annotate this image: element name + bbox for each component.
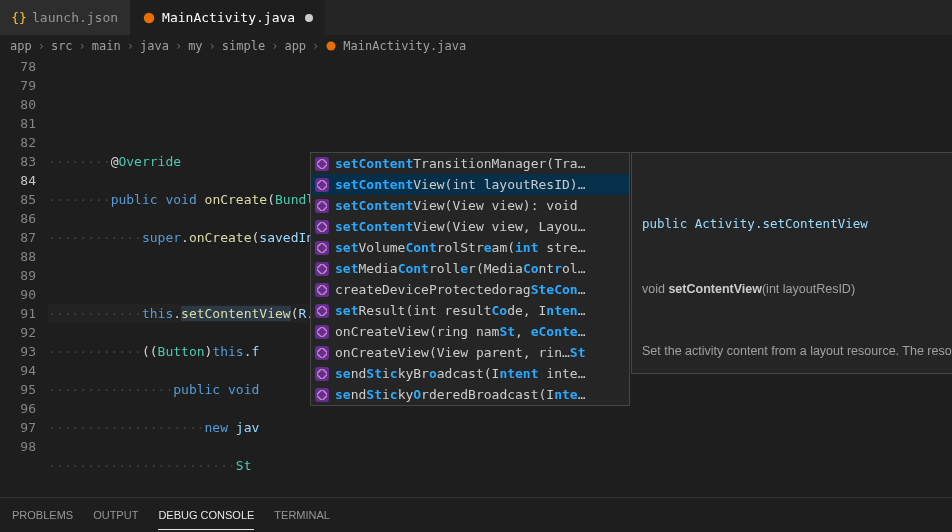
suggestion-label: createDeviceProtectedoragSteCon… <box>335 280 585 299</box>
line-number: 85 <box>0 190 36 209</box>
suggestion-item[interactable]: setVolumeControlStream(int stre… <box>311 237 629 258</box>
code-token: . <box>181 230 189 245</box>
suggestion-label: setContentView(View view, Layou… <box>335 217 585 236</box>
suggestion-label: setVolumeControlStream(int stre… <box>335 238 586 257</box>
line-number: 87 <box>0 228 36 247</box>
svg-rect-5 <box>317 222 327 232</box>
suggestion-item[interactable]: setContentView(int layoutResID)… <box>311 174 629 195</box>
json-icon: {} <box>12 11 26 25</box>
suggestion-label: setContentTransitionManager(Tra… <box>335 154 585 173</box>
line-number: 83 <box>0 152 36 171</box>
suggestion-label: sendStickyBroadcast(Intent inte… <box>335 364 586 383</box>
line-number: 79 <box>0 76 36 95</box>
svg-rect-3 <box>317 180 327 190</box>
line-number: 94 <box>0 361 36 380</box>
code-token: ; <box>48 496 56 497</box>
suggestion-item[interactable]: setContentView(View view): void <box>311 195 629 216</box>
svg-rect-9 <box>317 306 327 316</box>
code-token: setContentView <box>181 306 291 321</box>
code-token: onCreate <box>189 230 252 245</box>
breadcrumb-segment[interactable]: main <box>92 39 121 53</box>
suggestion-item[interactable]: setMediaController(MediaControl… <box>311 258 629 279</box>
suggestion-item[interactable]: onCreateView(ring namSt, eConte… <box>311 321 629 342</box>
suggestion-item[interactable]: setContentTransitionManager(Tra… <box>311 153 629 174</box>
panel-tab-terminal[interactable]: TERMINAL <box>274 501 330 529</box>
doc-description: Set the activity content from a layout r… <box>642 342 952 361</box>
method-icon <box>315 199 329 213</box>
panel-tab-debug-console[interactable]: DEBUG CONSOLE <box>158 501 254 530</box>
line-number: 88 <box>0 247 36 266</box>
chevron-right-icon: › <box>79 39 86 53</box>
method-icon <box>315 304 329 318</box>
breadcrumb-segment[interactable]: java <box>140 39 169 53</box>
tab-launch-json[interactable]: {} launch.json <box>0 0 130 35</box>
breadcrumb-segment[interactable]: app <box>10 39 32 53</box>
suggestion-item[interactable]: setResult(int resultCode, Inten… <box>311 300 629 321</box>
suggestion-label: onCreateView(ring namSt, eConte… <box>335 322 585 341</box>
panel-tab-problems[interactable]: PROBLEMS <box>12 501 73 529</box>
method-icon <box>315 262 329 276</box>
breadcrumb-segment[interactable]: src <box>51 39 73 53</box>
line-number: 89 <box>0 266 36 285</box>
line-number-gutter: 7879808182838485868788899091929394959697… <box>0 57 48 497</box>
line-number: 98 <box>0 437 36 456</box>
chevron-right-icon: › <box>38 39 45 53</box>
svg-rect-4 <box>317 201 327 211</box>
svg-rect-13 <box>317 390 327 400</box>
tab-label: launch.json <box>32 10 118 25</box>
java-icon <box>142 11 156 25</box>
suggestion-label: sendStickyOrderedBroadcast(Inte… <box>335 385 585 404</box>
doc-signature: public Activity.setContentView <box>642 215 952 234</box>
line-number: 93 <box>0 342 36 361</box>
code-token: . <box>244 344 252 359</box>
doc-type: void setContentView(int layoutResID) <box>642 280 952 299</box>
line-number: 95 <box>0 380 36 399</box>
suggestion-item[interactable]: onCreateView(View parent, rin…St <box>311 342 629 363</box>
breadcrumb[interactable]: app› src› main› java› my› simple› app› M… <box>0 35 952 57</box>
line-number: 81 <box>0 114 36 133</box>
method-icon <box>315 388 329 402</box>
svg-rect-8 <box>317 285 327 295</box>
suggestion-item[interactable]: sendStickyBroadcast(Intent inte… <box>311 363 629 384</box>
breadcrumb-segment[interactable]: simple <box>222 39 265 53</box>
line-number: 92 <box>0 323 36 342</box>
method-icon <box>315 367 329 381</box>
java-icon <box>325 39 339 53</box>
intellisense-popup[interactable]: setContentTransitionManager(Tra…setConte… <box>310 152 630 406</box>
line-number: 90 <box>0 285 36 304</box>
svg-rect-10 <box>317 327 327 337</box>
editor[interactable]: 7879808182838485868788899091929394959697… <box>0 57 952 497</box>
code-content[interactable]: ········@Override ········public void on… <box>48 57 952 497</box>
code-token: Override <box>118 154 181 169</box>
line-number: 97 <box>0 418 36 437</box>
breadcrumb-segment[interactable]: app <box>284 39 306 53</box>
breadcrumb-segment[interactable]: my <box>188 39 202 53</box>
chevron-right-icon: › <box>209 39 216 53</box>
bottom-panel-tabs: PROBLEMS OUTPUT DEBUG CONSOLE TERMINAL <box>0 497 952 532</box>
svg-rect-7 <box>317 264 327 274</box>
line-number: 84 <box>0 171 36 190</box>
chevron-right-icon: › <box>271 39 278 53</box>
code-token: Button <box>158 344 205 359</box>
suggestion-item[interactable]: sendStickyOrderedBroadcast(Inte… <box>311 384 629 405</box>
svg-point-1 <box>327 42 336 51</box>
method-icon <box>315 325 329 339</box>
svg-rect-6 <box>317 243 327 253</box>
code-token: new <box>205 420 228 435</box>
code-token: this <box>212 344 243 359</box>
svg-rect-11 <box>317 348 327 358</box>
method-icon <box>315 178 329 192</box>
panel-tab-output[interactable]: OUTPUT <box>93 501 138 529</box>
method-icon <box>315 241 329 255</box>
line-number: 86 <box>0 209 36 228</box>
editor-tabs-bar: {} launch.json MainActivity.java <box>0 0 952 35</box>
line-number: 96 <box>0 399 36 418</box>
suggestion-item[interactable]: createDeviceProtectedoragSteCon… <box>311 279 629 300</box>
code-token: onCreate <box>205 192 268 207</box>
suggestion-item[interactable]: setContentView(View view, Layou… <box>311 216 629 237</box>
dirty-indicator-icon <box>305 14 313 22</box>
breadcrumb-file[interactable]: MainActivity.java <box>343 39 466 53</box>
tab-mainactivity-java[interactable]: MainActivity.java <box>130 0 325 35</box>
method-icon <box>315 346 329 360</box>
code-token: void <box>165 192 196 207</box>
